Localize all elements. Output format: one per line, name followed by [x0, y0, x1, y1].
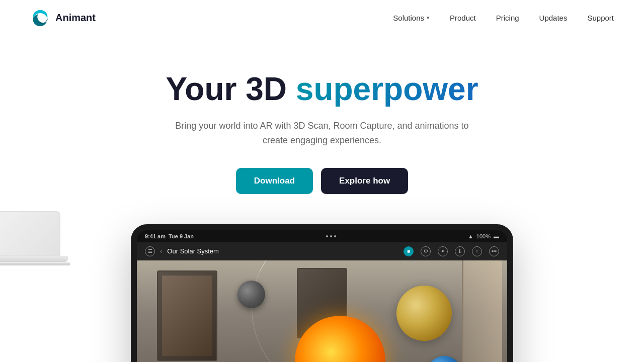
nav-item-solutions[interactable]: Solutions ▾: [393, 14, 430, 22]
battery-icon: ▬: [494, 233, 499, 239]
support-link[interactable]: Support: [587, 14, 614, 22]
toolbar-right: ■ ⚙ ✦ ℹ ↑ •••: [404, 246, 499, 256]
status-dot-3: [334, 235, 336, 237]
brand-name: Animant: [55, 12, 96, 24]
product-link[interactable]: Product: [450, 14, 476, 22]
laptop-screen: [0, 211, 60, 256]
device-frame: 9:41 am Tue 9 Jan ▲ 100% ▬ ☰ ‹: [131, 224, 513, 362]
share-icon[interactable]: ↑: [472, 246, 482, 256]
status-dot-2: [330, 235, 332, 237]
hero-subtitle: Bring your world into AR with 3D Scan, R…: [171, 119, 473, 148]
more-icon[interactable]: •••: [489, 246, 499, 256]
hero-title: Your 3D superpower: [166, 71, 478, 107]
updates-link[interactable]: Updates: [539, 14, 568, 22]
laptop-base: [0, 256, 68, 262]
download-button[interactable]: Download: [236, 168, 313, 194]
info-icon[interactable]: ℹ: [455, 246, 465, 256]
pricing-link[interactable]: Pricing: [496, 14, 519, 22]
chevron-down-icon: ▾: [427, 15, 430, 21]
hero-buttons: Download Explore how: [236, 168, 408, 194]
laptop-decoration: [0, 211, 70, 282]
cube-icon[interactable]: ■: [404, 246, 414, 256]
toolbar-left: ☰ ‹ Our Solar System: [145, 246, 219, 256]
planet-saturn: [396, 286, 452, 341]
device-toolbar: ☰ ‹ Our Solar System ■ ⚙ ✦ ℹ ↑ •••: [137, 242, 507, 260]
animant-logo-icon: [30, 8, 50, 28]
device-mockup: 9:41 am Tue 9 Jan ▲ 100% ▬ ☰ ‹: [131, 224, 513, 362]
nav-item-support[interactable]: Support: [587, 14, 614, 23]
nav-item-updates[interactable]: Updates: [539, 14, 568, 23]
wifi-icon: ▲: [468, 233, 473, 239]
status-dot-1: [326, 235, 328, 237]
laptop-bottom: [0, 262, 70, 265]
wall-panel-left: [157, 270, 217, 361]
logo[interactable]: Animant: [30, 8, 96, 28]
status-dots: [326, 235, 336, 237]
planet-dark: [237, 281, 265, 308]
toolbar-back-icon[interactable]: ‹: [160, 247, 162, 255]
battery-level: 100%: [476, 233, 491, 239]
nav-item-product[interactable]: Product: [450, 14, 476, 23]
window-right: [462, 260, 502, 362]
hero-section: Your 3D superpower Bring your world into…: [0, 36, 644, 362]
nav-item-pricing[interactable]: Pricing: [496, 14, 519, 23]
solutions-link[interactable]: Solutions ▾: [393, 14, 430, 22]
status-right: ▲ 100% ▬: [468, 233, 499, 239]
sidebar-toggle-icon[interactable]: ☰: [145, 246, 155, 256]
navbar: Animant Solutions ▾ Product Pricing Upda…: [0, 0, 644, 36]
explore-button[interactable]: Explore how: [321, 168, 408, 194]
settings-icon[interactable]: ⚙: [421, 246, 431, 256]
status-time: 9:41 am Tue 9 Jan: [145, 233, 194, 239]
device-status-bar: 9:41 am Tue 9 Jan ▲ 100% ▬: [137, 230, 507, 242]
nav-links: Solutions ▾ Product Pricing Updates Supp…: [393, 14, 614, 23]
add-icon[interactable]: ✦: [438, 246, 448, 256]
device-screen: [137, 260, 507, 362]
toolbar-title: Our Solar System: [167, 247, 219, 255]
